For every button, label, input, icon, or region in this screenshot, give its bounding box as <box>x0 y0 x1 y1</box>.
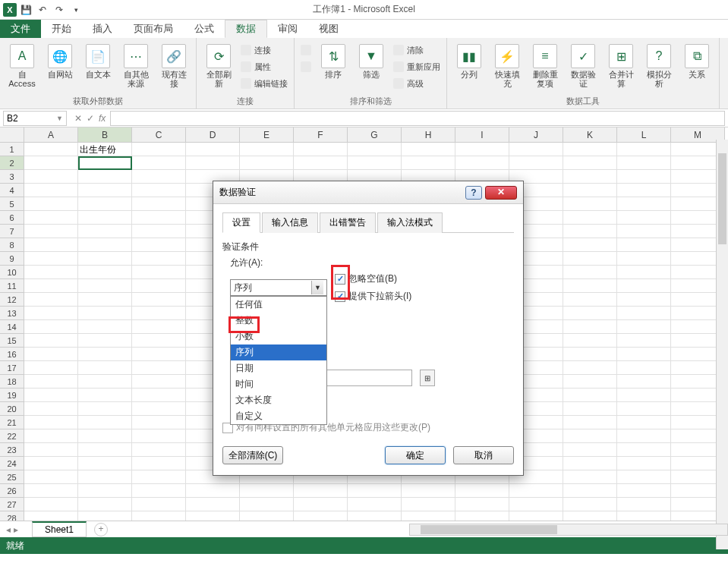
cell[interactable] <box>132 252 186 266</box>
ignore-blank-checkbox[interactable]: ✓忽略空值(B) <box>335 272 411 285</box>
cell[interactable] <box>563 375 617 389</box>
row-header-28[interactable]: 28 <box>0 511 24 521</box>
cell[interactable] <box>563 266 617 279</box>
tab-home[interactable]: 开始 <box>41 20 82 38</box>
dialog-tab-input[interactable]: 输入信息 <box>262 212 318 233</box>
cell[interactable] <box>78 279 132 293</box>
col-header-I[interactable]: I <box>455 127 509 143</box>
cell[interactable] <box>78 402 132 416</box>
dialog-tab-ime[interactable]: 输入法模式 <box>377 212 443 233</box>
cell[interactable] <box>617 443 671 457</box>
tab-file[interactable]: 文件 <box>0 20 41 38</box>
cell[interactable] <box>617 375 671 389</box>
row-header-22[interactable]: 22 <box>0 429 24 443</box>
cell[interactable] <box>78 416 132 429</box>
cell[interactable] <box>132 484 186 498</box>
cell[interactable] <box>24 443 78 457</box>
cell[interactable] <box>563 402 617 416</box>
cell[interactable] <box>132 279 186 293</box>
cell[interactable] <box>186 484 240 498</box>
cell[interactable] <box>240 484 294 498</box>
cell[interactable] <box>132 156 186 170</box>
cell[interactable] <box>24 238 78 252</box>
cell[interactable] <box>563 361 617 375</box>
row-header-12[interactable]: 12 <box>0 293 24 307</box>
clear-all-button[interactable]: 全部清除(C) <box>222 446 283 464</box>
advanced-filter-button[interactable]: 高级 <box>392 76 442 91</box>
cell[interactable] <box>509 484 563 498</box>
cell[interactable] <box>563 320 617 334</box>
row-header-6[interactable]: 6 <box>0 211 24 225</box>
cell[interactable] <box>78 293 132 307</box>
edit-links-button[interactable]: 编辑链接 <box>239 76 289 91</box>
cell[interactable] <box>24 402 78 416</box>
cancel-button[interactable]: 取消 <box>453 446 514 464</box>
row-header-2[interactable]: 2 <box>0 156 24 170</box>
cell[interactable] <box>563 470 617 484</box>
cell[interactable] <box>24 429 78 443</box>
refresh-all-button[interactable]: ⟳全部刷新 <box>201 42 236 90</box>
from-web-button[interactable]: 🌐自网站 <box>43 42 77 80</box>
cell[interactable] <box>78 470 132 484</box>
cell[interactable] <box>78 334 132 348</box>
cell[interactable] <box>617 511 671 521</box>
filter-button[interactable]: ▼筛选 <box>354 42 389 80</box>
cell[interactable] <box>132 225 186 238</box>
in-cell-dropdown-checkbox[interactable]: ✓提供下拉箭头(I) <box>335 290 411 303</box>
cell[interactable] <box>563 252 617 266</box>
cell[interactable] <box>78 211 132 225</box>
range-picker-button[interactable]: ⊞ <box>420 370 435 386</box>
tab-pagelayout[interactable]: 页面布局 <box>123 20 184 38</box>
cell[interactable] <box>563 389 617 402</box>
row-header-5[interactable]: 5 <box>0 197 24 211</box>
cell[interactable] <box>24 170 78 184</box>
cell[interactable] <box>132 375 186 389</box>
allow-option[interactable]: 任何值 <box>231 297 326 313</box>
tab-review[interactable]: 审阅 <box>267 20 308 38</box>
tab-view[interactable]: 视图 <box>308 20 349 38</box>
redo-icon[interactable]: ↷ <box>52 2 67 17</box>
add-sheet-button[interactable]: + <box>94 523 108 536</box>
cell-B2-selected[interactable] <box>78 156 132 170</box>
cell[interactable] <box>563 307 617 320</box>
cell[interactable] <box>563 334 617 348</box>
tab-insert[interactable]: 插入 <box>82 20 123 38</box>
cell[interactable] <box>563 197 617 211</box>
cell[interactable] <box>617 170 671 184</box>
cell[interactable] <box>294 498 348 511</box>
cell[interactable] <box>563 429 617 443</box>
cell[interactable] <box>78 307 132 320</box>
formula-input[interactable] <box>110 111 725 126</box>
cell[interactable] <box>78 184 132 197</box>
cell[interactable] <box>132 416 186 429</box>
cell[interactable] <box>402 484 455 498</box>
vertical-scrollbar[interactable] <box>716 140 728 549</box>
cell[interactable] <box>402 511 455 521</box>
col-header-L[interactable]: L <box>617 127 671 143</box>
col-header-A[interactable]: A <box>24 127 78 143</box>
cell[interactable] <box>78 511 132 521</box>
qat-customize-icon[interactable]: ▾ <box>68 2 84 17</box>
save-icon[interactable]: 💾 <box>18 2 33 17</box>
cell[interactable] <box>294 511 348 521</box>
cell[interactable] <box>132 211 186 225</box>
cell[interactable] <box>617 279 671 293</box>
cell[interactable] <box>78 443 132 457</box>
cell[interactable] <box>132 470 186 484</box>
sheet-nav-first-icon[interactable]: ◂ <box>6 524 11 535</box>
cell[interactable] <box>617 252 671 266</box>
cell[interactable] <box>563 348 617 361</box>
cell[interactable] <box>78 197 132 211</box>
allow-option[interactable]: 日期 <box>231 360 326 376</box>
cell[interactable] <box>617 429 671 443</box>
allow-option[interactable]: 文本长度 <box>231 392 326 408</box>
flash-fill-button[interactable]: ⚡快速填充 <box>490 42 525 90</box>
cell[interactable] <box>617 348 671 361</box>
cell[interactable] <box>78 238 132 252</box>
cell[interactable] <box>240 143 294 156</box>
row-header-25[interactable]: 25 <box>0 470 24 484</box>
col-header-B[interactable]: B <box>78 127 132 143</box>
cell-B1[interactable]: 出生年份 <box>78 143 132 156</box>
col-header-F[interactable]: F <box>294 127 348 143</box>
from-access-button[interactable]: A自 Access <box>5 42 39 90</box>
